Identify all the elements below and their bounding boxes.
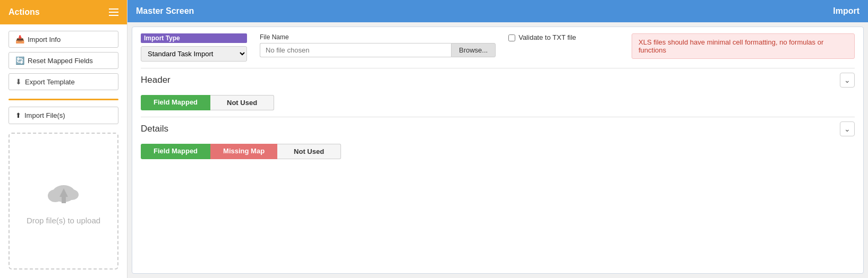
- header-not-used-badge: Not Used: [210, 95, 274, 110]
- validate-group: Validate to TXT file: [508, 33, 576, 42]
- export-template-button[interactable]: ⬇ Export Template: [8, 73, 118, 90]
- warning-box: XLS files should have minimal cell forma…: [632, 33, 855, 59]
- hamburger-icon[interactable]: [109, 8, 118, 16]
- header-legend-row: Field Mapped Not Used: [141, 95, 855, 110]
- browse-button[interactable]: Browse...: [451, 43, 496, 57]
- sidebar-divider: [8, 99, 118, 100]
- export-icon: ⬇: [15, 77, 22, 86]
- reset-icon: 🔄: [15, 56, 24, 65]
- file-name-row: Browse...: [260, 43, 496, 57]
- header-section-header: Header ⌄: [141, 68, 855, 91]
- import-type-badge: Import Type: [141, 33, 247, 43]
- header-section-title: Header: [141, 75, 171, 85]
- top-bar-right-label: Import: [833, 6, 860, 16]
- details-field-mapped-badge: Field Mapped: [141, 144, 210, 159]
- import-files-label: Import File(s): [24, 111, 65, 119]
- file-name-label: File Name: [260, 33, 496, 41]
- svg-point-2: [66, 189, 79, 200]
- sidebar-buttons: 📥 Import Info 🔄 Reset Mapped Fields ⬇ Ex…: [0, 24, 127, 97]
- details-missing-map-badge: Missing Map: [210, 144, 277, 159]
- main: Master Screen Import Import Type Standar…: [127, 0, 868, 278]
- validate-label: Validate to TXT file: [518, 33, 576, 41]
- page-title: Master Screen: [136, 6, 194, 16]
- main-panel: Import Type Standard Task Import File Na…: [132, 27, 864, 274]
- warning-text: XLS files should have minimal cell forma…: [639, 38, 823, 54]
- top-bar: Master Screen Import: [127, 0, 868, 22]
- details-section-title: Details: [141, 124, 168, 134]
- import-type-select[interactable]: Standard Task Import: [141, 46, 247, 62]
- header-section-chevron[interactable]: ⌄: [840, 73, 855, 88]
- header-field-mapped-badge: Field Mapped: [141, 95, 210, 110]
- sidebar: Actions 📥 Import Info 🔄 Reset Mapped Fie…: [0, 0, 127, 278]
- validate-checkbox[interactable]: [508, 34, 515, 41]
- import-info-label: Import Info: [28, 36, 61, 44]
- sidebar-header: Actions: [0, 0, 127, 24]
- cloud-upload-icon: [45, 178, 83, 210]
- drop-label: Drop file(s) to upload: [27, 216, 100, 225]
- import-info-icon: 📥: [15, 35, 24, 44]
- details-not-used-badge: Not Used: [277, 144, 341, 159]
- file-name-input[interactable]: [260, 43, 451, 57]
- import-row: Import Type Standard Task Import File Na…: [141, 33, 855, 62]
- import-info-button[interactable]: 📥 Import Info: [8, 31, 118, 48]
- sidebar-title: Actions: [8, 7, 40, 17]
- details-section-header: Details ⌄: [141, 117, 855, 140]
- import-type-group: Import Type Standard Task Import: [141, 33, 247, 62]
- file-name-group: File Name Browse...: [260, 33, 496, 57]
- reset-mapped-label: Reset Mapped Fields: [28, 57, 93, 65]
- reset-mapped-button[interactable]: 🔄 Reset Mapped Fields: [8, 52, 118, 69]
- export-template-label: Export Template: [25, 78, 75, 86]
- drop-zone[interactable]: Drop file(s) to upload: [8, 133, 118, 270]
- import-files-button[interactable]: ⬆ Import File(s): [8, 107, 118, 124]
- import-files-icon: ⬆: [15, 111, 21, 119]
- details-section-chevron[interactable]: ⌄: [840, 121, 855, 136]
- details-legend-row: Field Mapped Missing Map Not Used: [141, 144, 855, 159]
